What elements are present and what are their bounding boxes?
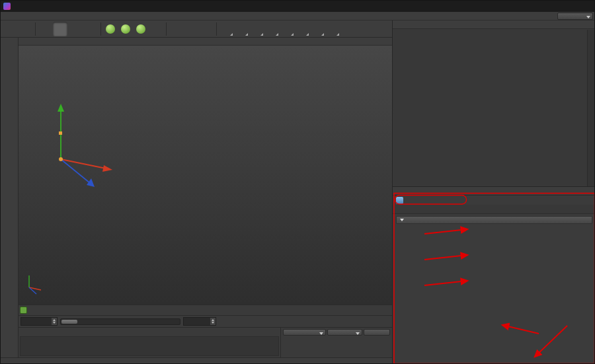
viewport-scene xyxy=(19,46,392,305)
enable-axis-button[interactable] xyxy=(2,150,17,164)
viewport-background xyxy=(19,46,392,305)
timeline-ruler[interactable] xyxy=(19,305,392,315)
spinner-arrows[interactable] xyxy=(51,318,57,325)
layout-dropdown[interactable] xyxy=(557,13,593,20)
subdivision-surface-button[interactable] xyxy=(249,22,264,36)
render-view-button[interactable] xyxy=(169,22,183,36)
brand-logo xyxy=(1,350,19,355)
object-manager xyxy=(392,20,595,187)
texture-mode-button[interactable] xyxy=(2,71,17,85)
titlebar xyxy=(1,1,595,12)
flyout-corner-icon xyxy=(291,33,294,36)
viewport-menubar xyxy=(19,38,392,46)
size-mode-dropdown[interactable] xyxy=(327,329,362,336)
flyout-corner-icon xyxy=(337,33,339,36)
menubar-right xyxy=(555,13,595,20)
timeline-slider-handle[interactable] xyxy=(61,320,77,324)
chevron-down-icon xyxy=(319,332,323,335)
polygons-mode-button[interactable] xyxy=(2,134,17,149)
model-mode-button[interactable] xyxy=(2,55,17,69)
gizmo-center-handle[interactable] xyxy=(59,157,63,161)
toolbar-separator xyxy=(166,22,167,36)
make-editable-button[interactable] xyxy=(2,39,17,54)
mode-toolbar xyxy=(1,38,19,357)
current-frame-field[interactable] xyxy=(20,317,58,326)
attribute-object-row xyxy=(393,196,595,205)
coordinate-system-button[interactable] xyxy=(149,22,163,36)
workplane-mode-button[interactable] xyxy=(2,87,17,101)
coordinate-manager xyxy=(280,327,392,357)
window-controls xyxy=(542,1,595,12)
array-generator-button[interactable] xyxy=(264,22,279,36)
viewport-canvas[interactable] xyxy=(19,46,392,305)
statusbar xyxy=(1,357,392,364)
lock-y-button[interactable] xyxy=(118,22,133,36)
app-icon xyxy=(3,3,11,10)
minimize-button[interactable] xyxy=(542,1,560,12)
render-picture-viewer-button[interactable] xyxy=(184,22,198,36)
lock-z-icon xyxy=(136,24,145,34)
c4d-window xyxy=(0,0,595,364)
points-mode-button[interactable] xyxy=(2,102,17,117)
toolbar-separator xyxy=(100,22,101,36)
object-tree[interactable] xyxy=(393,30,587,186)
close-button[interactable] xyxy=(578,1,595,12)
material-list-empty[interactable] xyxy=(20,336,279,356)
lock-x-icon xyxy=(106,24,115,34)
flyout-corner-icon xyxy=(321,33,324,36)
toolbar-separator xyxy=(216,22,217,36)
floor-environment-button[interactable] xyxy=(295,22,309,36)
attribute-manager xyxy=(392,187,595,364)
flyout-corner-icon xyxy=(245,33,248,36)
flyout-corner-icon xyxy=(230,33,233,36)
move-button[interactable] xyxy=(53,22,67,36)
coord-mode-dropdown[interactable] xyxy=(283,329,326,336)
spline-pen-button[interactable] xyxy=(234,22,249,36)
toolbar-items xyxy=(3,22,340,36)
camera-button[interactable] xyxy=(310,22,325,36)
quantize-button[interactable] xyxy=(2,213,17,228)
attribute-tabs xyxy=(393,205,595,214)
bend-deformer-button[interactable] xyxy=(280,22,294,36)
material-manager xyxy=(19,327,280,357)
edges-mode-button[interactable] xyxy=(2,118,17,133)
redo-button[interactable] xyxy=(18,22,32,36)
primitive-cube-button[interactable] xyxy=(219,22,233,36)
am-menubar xyxy=(393,187,595,196)
lock-x-button[interactable] xyxy=(103,22,118,36)
animation-toolbar xyxy=(19,315,392,327)
rotate-button[interactable] xyxy=(83,22,98,36)
caps-rounding-section-header[interactable] xyxy=(396,216,592,224)
om-menubar xyxy=(393,20,595,29)
toolbar-separator xyxy=(35,22,36,36)
material-menubar xyxy=(19,328,280,336)
flyout-corner-icon xyxy=(306,33,309,36)
enable-snap-button[interactable] xyxy=(2,182,17,196)
locked-workplane-button[interactable] xyxy=(2,198,17,212)
extrude-object-icon xyxy=(396,197,403,204)
scale-button[interactable] xyxy=(68,22,83,36)
light-button[interactable] xyxy=(325,22,340,36)
maximize-button[interactable] xyxy=(560,1,578,12)
flyout-corner-icon xyxy=(276,33,278,36)
dock-side-tabs xyxy=(587,30,595,186)
live-selection-button[interactable] xyxy=(38,22,52,36)
playhead[interactable] xyxy=(20,307,27,314)
timeline-slider[interactable] xyxy=(60,318,180,325)
chevron-down-icon xyxy=(400,219,404,221)
y-axis-handle[interactable] xyxy=(59,131,62,135)
render-settings-button[interactable] xyxy=(199,22,214,36)
viewport[interactable] xyxy=(19,38,392,305)
spinner-arrows[interactable] xyxy=(210,318,216,325)
lock-z-button[interactable] xyxy=(134,22,148,36)
end-frame-field[interactable] xyxy=(183,317,216,326)
menubar xyxy=(1,12,595,20)
chevron-down-icon xyxy=(586,16,590,18)
apply-button[interactable] xyxy=(364,329,390,336)
main-toolbar xyxy=(1,20,392,38)
left-toolbar-items xyxy=(2,39,17,229)
undo-button[interactable] xyxy=(3,22,17,36)
coord-bottom-row xyxy=(283,329,390,336)
viewport-solo-button[interactable] xyxy=(2,166,17,180)
flyout-corner-icon xyxy=(260,33,263,36)
